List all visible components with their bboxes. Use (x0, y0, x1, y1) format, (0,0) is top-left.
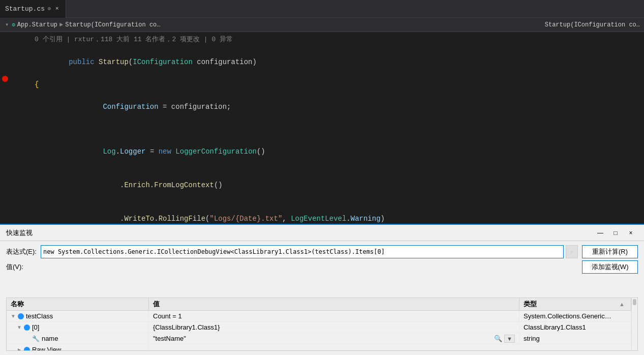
code-line-3: Configuration = configuration; (0, 90, 644, 124)
breadcrumb-separator: ► (59, 21, 63, 28)
td-name-0: ▼ [0] (7, 322, 149, 332)
table-header: 名称 值 类型 ▲ (7, 298, 631, 311)
dialog-close-button[interactable]: × (624, 227, 638, 239)
expand-arrow-name: ► (25, 336, 30, 341)
code-line-5: Log.Logger = new LoggerConfiguration() (0, 135, 644, 168)
startup-cs-tab[interactable]: Startup.cs ⊘ × (0, 0, 66, 18)
table-scrollbar[interactable] (631, 298, 637, 350)
tab-label: Startup.cs (5, 5, 45, 13)
td-value-rawview (149, 349, 519, 351)
td-value-0: {ClassLibrary1.Class1} (149, 322, 519, 332)
tab-close-button[interactable]: × (54, 5, 60, 12)
name-value-text: "testName" (153, 335, 186, 342)
code-line-4 (0, 124, 644, 135)
expression-input-row: ▼ (41, 245, 578, 258)
quick-watch-dialog: 快速监视 — □ × 表达式(E): ▼ 重新计算(R) 值(V): 添加监视(… (0, 224, 644, 355)
table-row-name[interactable]: ► 🔧 name "testName" 🔍 ▼ string (7, 333, 631, 344)
code-editor: 0 个引用 | rxtur，118 大前 11 名作者，2 项更改 | 0 异常… (0, 32, 644, 233)
td-name-rawview: ► Raw View (7, 345, 149, 350)
td-value-name: "testName" 🔍 ▼ (149, 334, 519, 344)
td-name-name: ► 🔧 name (7, 334, 149, 343)
expand-arrow-testclass[interactable]: ▼ (11, 313, 16, 319)
code-content: 0 个引用 | rxtur，118 大前 11 名作者，2 项更改 | 0 异常… (0, 32, 644, 233)
breadcrumb-method-label: Startup(IConfiguration co… (65, 21, 160, 28)
code-line-content-4 (30, 124, 644, 135)
watch-table-inner: 名称 值 类型 ▲ ▼ testClass Count = 1 System.C… (7, 298, 631, 350)
wrench-icon: 🔧 (32, 335, 40, 342)
breadcrumb-method[interactable]: Startup(IConfiguration co… (65, 21, 160, 28)
expression-label: 表达式(E): (6, 247, 37, 256)
th-value: 值 (149, 298, 519, 310)
th-type-label: 类型 (524, 300, 537, 309)
table-row-testclass[interactable]: ▼ testClass Count = 1 System.Collections… (7, 311, 631, 322)
breadcrumb-right-label: Startup(IConfiguration co… (545, 21, 640, 28)
td-type-name: string (519, 334, 631, 343)
code-info-line: 0 个引用 | rxtur，118 大前 11 名作者，2 项更改 | 0 异常 (0, 34, 644, 45)
code-line-2: { (0, 79, 644, 90)
dialog-body: 表达式(E): ▼ 重新计算(R) 值(V): 添加监视(W) (0, 241, 644, 298)
add-watch-button[interactable]: 添加监视(W) (582, 260, 638, 274)
circle-icon-0 (24, 324, 30, 331)
row-name-rawview: Raw View (32, 346, 62, 350)
scrollbar-thumb[interactable] (633, 299, 636, 305)
th-type: 类型 ▲ (519, 298, 631, 310)
td-type-testclass: System.Collections.Generic… (519, 311, 631, 321)
dialog-title: 快速监视 (6, 228, 33, 238)
value-label: 值(V): (6, 262, 37, 272)
circle-icon-rawview (24, 347, 30, 351)
recalculate-button[interactable]: 重新计算(R) (582, 245, 638, 258)
circle-icon-testclass (18, 313, 24, 319)
breadcrumb-bar: ▾ ⚙ App.Startup ► Startup(IConfiguration… (0, 18, 644, 32)
expression-dropdown[interactable]: ▼ (566, 245, 578, 258)
gear-icon: ⚙ (12, 21, 15, 28)
code-line-content-6: .Enrich.FromLogContext() (30, 168, 644, 202)
code-line-content-2: { (30, 79, 644, 90)
expand-arrow-0[interactable]: ▼ (17, 324, 22, 330)
code-line-1: public Startup(IConfiguration configurat… (0, 45, 644, 79)
expand-arrow-rawview[interactable]: ► (17, 347, 22, 350)
expression-row: 表达式(E): ▼ 重新计算(R) (6, 245, 638, 258)
dialog-titlebar: 快速监视 — □ × (0, 225, 644, 241)
row-name-testclass: testClass (26, 312, 53, 320)
table-row-rawview[interactable]: ► Raw View (7, 344, 631, 350)
td-type-rawview (519, 349, 631, 351)
td-value-testclass: Count = 1 (149, 311, 519, 321)
tab-bar: Startup.cs ⊘ × (0, 0, 644, 18)
pin-icon: ⊘ (48, 6, 51, 12)
breadcrumb-namespace[interactable]: ⚙ App.Startup (12, 21, 57, 28)
code-line-content-5: Log.Logger = new LoggerConfiguration() (30, 135, 644, 168)
breadcrumb-dropdown-left[interactable]: ▾ (5, 21, 9, 28)
breadcrumb-right: Startup(IConfiguration co… (545, 21, 640, 28)
td-name-testclass: ▼ testClass (7, 311, 149, 321)
code-line-content-3: Configuration = configuration; (30, 90, 644, 124)
expression-input[interactable] (41, 245, 564, 258)
info-line-text: 0 个引用 | rxtur，118 大前 11 名作者，2 项更改 | 0 异常 (30, 34, 644, 45)
search-icon-inline[interactable]: 🔍 (494, 335, 502, 342)
dialog-maximize-button[interactable]: □ (608, 227, 623, 239)
row-name-name: name (42, 335, 58, 342)
td-type-0: ClassLibrary1.Class1 (519, 322, 631, 332)
code-line-content-1: public Startup(IConfiguration configurat… (30, 45, 644, 79)
dialog-titlebar-buttons: — □ × (593, 227, 638, 239)
watch-table: 名称 值 类型 ▲ ▼ testClass Count = 1 System.C… (6, 298, 638, 351)
dialog-minimize-button[interactable]: — (593, 227, 607, 239)
code-line-6: .Enrich.FromLogContext() (0, 168, 644, 202)
breadcrumb-namespace-label: App.Startup (17, 21, 57, 28)
breakpoint-indicator (2, 76, 8, 82)
row-name-0: [0] (32, 323, 39, 331)
value-label-row: 值(V): 添加监视(W) (6, 260, 638, 274)
magnifier-button[interactable]: ▼ (504, 335, 515, 343)
table-row-0[interactable]: ▼ [0] {ClassLibrary1.Class1} ClassLibrar… (7, 322, 631, 333)
th-name: 名称 (7, 298, 149, 310)
sort-icon[interactable]: ▲ (619, 301, 627, 307)
